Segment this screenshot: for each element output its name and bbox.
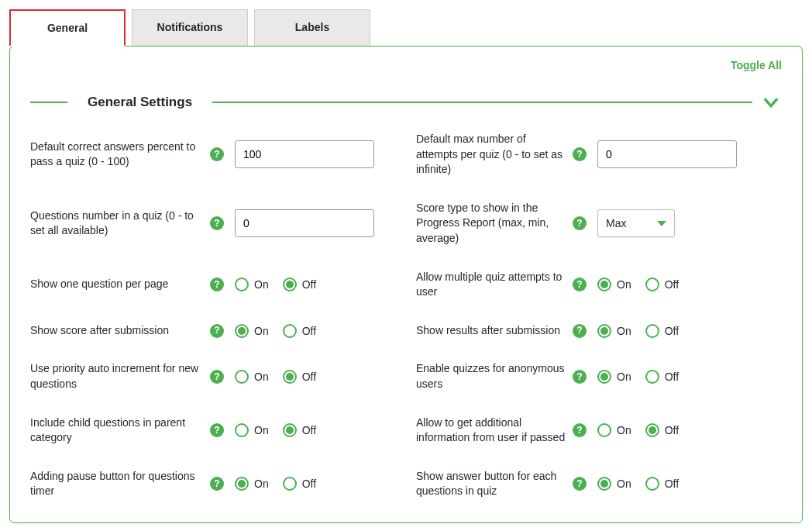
help-icon[interactable]: ? [210, 324, 224, 338]
label-questions-number: Questions number in a quiz (0 - to set a… [30, 209, 204, 239]
help-icon[interactable]: ? [573, 278, 587, 291]
label-allow-add-info: Allow to get additional information from… [416, 415, 566, 446]
radio-on[interactable]: On [235, 278, 269, 291]
help-icon[interactable]: ? [573, 477, 587, 491]
label-allow-multiple: Allow multiple quiz attempts to user [416, 270, 566, 300]
radio-on[interactable]: On [597, 370, 631, 384]
help-icon[interactable]: ? [210, 477, 224, 491]
help-icon[interactable]: ? [573, 216, 587, 230]
divider [30, 102, 67, 103]
questions-number-input[interactable] [235, 209, 374, 237]
label-show-one-per-page: Show one question per page [30, 277, 204, 292]
chevron-down-icon [657, 221, 666, 226]
tab-labels[interactable]: Labels [254, 9, 370, 47]
label-show-score: Show score after submission [30, 323, 204, 339]
radio-on[interactable]: On [597, 423, 631, 437]
help-icon[interactable]: ? [210, 370, 224, 384]
help-icon[interactable]: ? [573, 370, 587, 384]
label-priority-auto-increment: Use priority auto increment for new ques… [30, 361, 204, 391]
label-enable-anonymous: Enable quizzes for anonymous users [416, 361, 566, 391]
help-icon[interactable]: ? [573, 324, 587, 338]
tab-notifications[interactable]: Notifications [132, 9, 248, 47]
radio-off[interactable]: Off [645, 477, 679, 491]
radio-off[interactable]: Off [283, 423, 316, 437]
radio-on[interactable]: On [235, 370, 269, 384]
radio-on[interactable]: On [235, 423, 269, 437]
radio-off[interactable]: Off [645, 370, 679, 384]
help-icon[interactable]: ? [573, 147, 587, 161]
help-icon[interactable]: ? [210, 423, 224, 437]
help-icon[interactable]: ? [210, 278, 224, 291]
chevron-down-icon[interactable] [760, 91, 782, 113]
radio-on[interactable]: On [597, 278, 631, 291]
radio-off[interactable]: Off [283, 477, 316, 491]
radio-on[interactable]: On [597, 324, 631, 338]
radio-off[interactable]: Off [283, 278, 316, 291]
settings-panel: Toggle All General Settings Default corr… [9, 46, 803, 523]
help-icon[interactable]: ? [210, 147, 224, 161]
label-pause-button: Adding pause button for questions timer [30, 469, 204, 499]
label-max-attempts: Default max number of attempts per quiz … [416, 132, 566, 178]
divider [212, 102, 752, 103]
radio-on[interactable]: On [235, 477, 269, 491]
label-include-child: Include child questions in parent catego… [30, 415, 204, 446]
radio-off[interactable]: Off [645, 278, 679, 291]
label-show-results: Show results after submission [416, 323, 566, 339]
help-icon[interactable]: ? [210, 216, 224, 230]
label-score-type: Score type to show in the Progress Repor… [416, 201, 566, 247]
label-pass-percent: Default correct answers percent to pass … [30, 140, 204, 170]
score-type-value: Max [606, 217, 626, 229]
toggle-all-link[interactable]: Toggle All [731, 59, 782, 71]
section-title: General Settings [88, 95, 192, 110]
radio-on[interactable]: On [235, 324, 269, 338]
label-show-answer: Show answer button for each questions in… [416, 469, 566, 499]
score-type-select[interactable]: Max [597, 209, 675, 237]
radio-off[interactable]: Off [645, 324, 679, 338]
radio-off[interactable]: Off [283, 324, 316, 338]
radio-on[interactable]: On [597, 477, 631, 491]
pass-percent-input[interactable] [235, 140, 374, 168]
radio-off[interactable]: Off [283, 370, 316, 384]
max-attempts-input[interactable] [597, 140, 737, 168]
radio-off[interactable]: Off [645, 423, 679, 437]
tab-general[interactable]: General [9, 9, 126, 47]
help-icon[interactable]: ? [573, 423, 587, 437]
